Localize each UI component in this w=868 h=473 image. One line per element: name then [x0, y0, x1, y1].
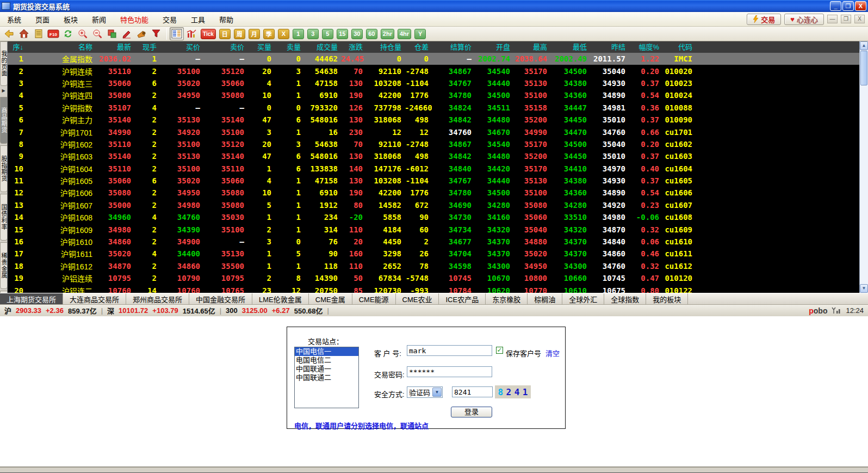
- exchange-tab-10[interactable]: 东京橡胶: [486, 293, 528, 304]
- table-row[interactable]: 1金属指数2036.021——004446224.4500—2002.74203…: [8, 53, 859, 65]
- column-header-18[interactable]: 幅度%: [629, 41, 662, 53]
- table-row[interactable]: 6沪铜主力35140235130351404765480161303180684…: [8, 114, 859, 126]
- clear-link[interactable]: 清空: [545, 348, 560, 358]
- menu-item-7[interactable]: 工具: [184, 12, 212, 27]
- mdi-minimize-button[interactable]: —: [827, 15, 838, 23]
- edit-icon[interactable]: [120, 27, 134, 40]
- station-listbox[interactable]: 中国电信一电国电信二中国联通一中国联通二: [294, 347, 359, 408]
- exchange-tab-13[interactable]: 全球指数: [604, 293, 646, 304]
- period-button-15[interactable]: 15: [337, 29, 348, 39]
- login-button[interactable]: 登录: [451, 407, 492, 417]
- table-row[interactable]: 14沪铜1608349604347603503011234-2058589034…: [8, 211, 859, 223]
- back-icon[interactable]: [2, 27, 16, 40]
- column-header-13[interactable]: 结算价: [432, 41, 475, 53]
- table-row[interactable]: 15沪铜160934980234390351002131411041846034…: [8, 223, 859, 235]
- column-header-14[interactable]: 开盘: [475, 41, 513, 53]
- exchange-tab-6[interactable]: CME金属: [309, 293, 352, 304]
- zoom-in-icon[interactable]: [76, 27, 90, 40]
- exchange-tab-5[interactable]: LME伦敦金属: [252, 293, 309, 304]
- menu-item-6[interactable]: 交易: [156, 12, 184, 27]
- column-header-19[interactable]: 代码: [662, 41, 696, 53]
- column-header-6[interactable]: 卖价: [203, 41, 247, 53]
- sidebar-tab-1[interactable]: 商品期货: [0, 97, 8, 144]
- scroll-down-icon[interactable]: ▼: [860, 284, 868, 293]
- sidebar-expand-icon[interactable]: ▶: [0, 88, 7, 95]
- table-row[interactable]: 5沪铜指数351074——00793320126737798-246603482…: [8, 102, 859, 114]
- exchange-tab-2[interactable]: 大连商品交易所: [63, 293, 126, 304]
- table-row[interactable]: 9沪铜1603351402351303514047654801613031806…: [8, 150, 859, 162]
- table-row[interactable]: 10沪铜160435110235100351101613383814014717…: [8, 163, 859, 175]
- quote-grid-icon[interactable]: [170, 27, 184, 40]
- account-input[interactable]: [407, 345, 492, 356]
- save-account-checkbox[interactable]: ✓: [496, 347, 503, 354]
- period-button-2hr[interactable]: 2hr: [381, 29, 394, 39]
- column-header-5[interactable]: 买价: [160, 41, 203, 53]
- trade-button[interactable]: 交易: [747, 14, 781, 25]
- notepad-icon[interactable]: [32, 27, 46, 40]
- table-row[interactable]: 2沪铜连续3511023510035120203546387092110-274…: [8, 65, 859, 77]
- period-button-5[interactable]: 5: [322, 29, 333, 39]
- period-button-月[interactable]: 月: [249, 29, 260, 39]
- period-button-60[interactable]: 60: [366, 29, 377, 39]
- exchange-tab-3[interactable]: 郑州商品交易所: [126, 293, 189, 304]
- home-icon[interactable]: [17, 27, 31, 40]
- menu-item-3[interactable]: 板块: [57, 12, 85, 27]
- close-button[interactable]: X: [855, 1, 866, 11]
- table-row[interactable]: 17沪铜161135020434400351301590160329826347…: [8, 248, 859, 260]
- password-input[interactable]: [407, 366, 492, 377]
- sidebar-tab-4[interactable]: 稀贵金属: [0, 242, 8, 289]
- period-button-周[interactable]: 周: [234, 29, 245, 39]
- column-header-1[interactable]: 序↓: [8, 41, 27, 53]
- period-button-季[interactable]: 季: [263, 29, 275, 39]
- table-row[interactable]: 12沪铜160635080234950350801016910190422001…: [8, 187, 859, 199]
- period-button-X[interactable]: X: [278, 29, 289, 39]
- exchange-tab-12[interactable]: 全球外汇: [562, 293, 604, 304]
- zoom-out-icon[interactable]: [90, 27, 104, 40]
- chevron-down-icon[interactable]: ▼: [432, 388, 442, 397]
- column-header-10[interactable]: 涨跌: [341, 41, 366, 53]
- tick-period-button[interactable]: Tick: [201, 29, 216, 39]
- period-button-3[interactable]: 3: [307, 29, 319, 39]
- vertical-scrollbar[interactable]: ▲ ▼: [859, 41, 868, 293]
- captcha-input[interactable]: [452, 386, 493, 397]
- table-row[interactable]: 18沪铜161234870234860355001111811026527834…: [8, 260, 859, 272]
- column-header-9[interactable]: 成交量: [304, 41, 341, 53]
- period-button-日[interactable]: 日: [219, 29, 231, 39]
- sidebar-tab-my-page[interactable]: 我的页面: [0, 41, 8, 86]
- exchange-tab-4[interactable]: 中国金融交易所: [189, 293, 252, 304]
- table-row[interactable]: 7沪铜1701349902349203510031162301212347603…: [8, 126, 859, 138]
- column-header-11[interactable]: 持仓量: [366, 41, 405, 53]
- column-header-4[interactable]: 现手: [134, 41, 160, 53]
- scroll-track[interactable]: [860, 86, 868, 284]
- column-header-17[interactable]: 昨结: [590, 41, 629, 53]
- station-item-2[interactable]: 电国电信二: [295, 356, 358, 365]
- menu-item-8[interactable]: 帮助: [212, 12, 240, 27]
- security-method-select[interactable]: 验证码 ▼: [407, 386, 443, 398]
- mdi-restore-button[interactable]: ❐: [841, 15, 851, 23]
- station-item-3[interactable]: 中国联通一: [295, 365, 358, 373]
- table-row[interactable]: 19沪铝连续107952107901079528143905067834-574…: [8, 272, 859, 284]
- horn-icon[interactable]: [134, 27, 148, 40]
- table-row[interactable]: 4沪铜连四35080234950350801016910190422001776…: [8, 89, 859, 101]
- exchange-tab-11[interactable]: 棕榈油: [528, 293, 562, 304]
- table-row[interactable]: 13沪铜160735000234980350805119128014582672…: [8, 199, 859, 211]
- heart-link-button[interactable]: ♥ 心连心: [784, 14, 824, 25]
- table-row[interactable]: 8沪铜16023511023510035120203546387092110-2…: [8, 138, 859, 150]
- period-button-1[interactable]: 1: [293, 29, 304, 39]
- menu-item-2[interactable]: 页面: [28, 12, 57, 27]
- period-button-4hr[interactable]: 4hr: [398, 29, 411, 39]
- column-header-12[interactable]: 仓差: [405, 41, 432, 53]
- restore-button[interactable]: ❐: [842, 1, 854, 11]
- exchange-tab-7[interactable]: CME能源: [352, 293, 396, 304]
- exchange-tab-8[interactable]: CME农业: [396, 293, 439, 304]
- column-header-2[interactable]: 名称: [27, 41, 96, 53]
- sidebar-tab-2[interactable]: 股指期货: [0, 145, 8, 192]
- period-button-Y[interactable]: Y: [414, 29, 426, 39]
- table-row[interactable]: 16沪铜161034860234900—30762044502346773437…: [8, 236, 859, 248]
- minimize-button[interactable]: _: [830, 1, 841, 11]
- scroll-up-icon[interactable]: ▲: [860, 41, 868, 50]
- table-row[interactable]: 20沪铝连二1076014107601076523122075085120730…: [8, 284, 859, 293]
- exchange-tab-14[interactable]: 我的板块: [646, 293, 688, 304]
- refresh-icon[interactable]: [61, 27, 75, 40]
- column-header-7[interactable]: 买量: [247, 41, 275, 53]
